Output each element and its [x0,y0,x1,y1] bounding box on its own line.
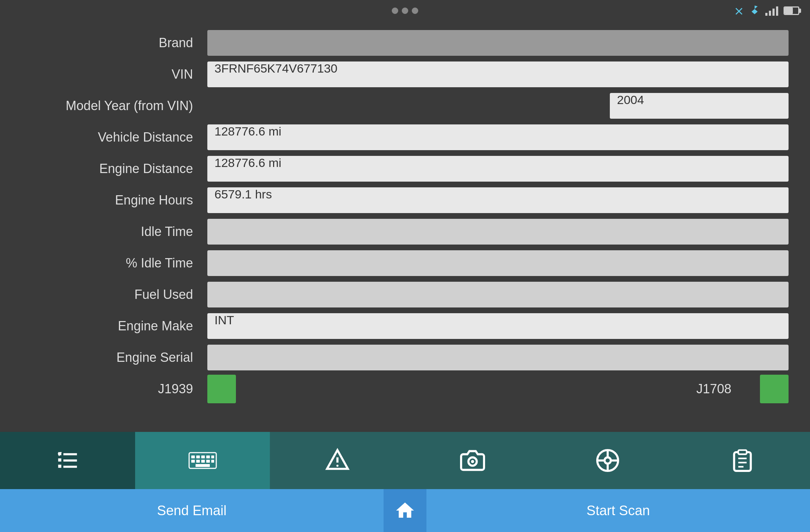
svg-rect-6 [58,458,61,462]
top-bar: ⨯ [0,0,810,21]
svg-rect-11 [191,455,195,458]
svg-rect-15 [211,455,214,458]
status-icons: ⨯ [734,4,799,18]
svg-rect-5 [63,453,77,455]
bluetooth-icon [749,5,760,17]
svg-rect-16 [191,460,195,463]
svg-point-27 [604,457,611,464]
fuel-used-label: Fuel Used [21,287,207,302]
nav-camera[interactable] [405,432,540,489]
home-icon [394,500,416,521]
top-dots [392,8,418,14]
engine-make-value: INT [207,313,789,339]
signal-icon [765,5,778,17]
engine-distance-label: Engine Distance [21,161,207,176]
j1939-indicator [207,375,236,403]
nav-checklist[interactable] [0,432,135,489]
engine-distance-value: 128776.6 mi [207,156,789,182]
vin-label: VIN [21,67,207,82]
idle-time-value [207,219,789,245]
svg-rect-3 [776,6,778,16]
brand-label: Brand [21,35,207,50]
warning-icon [325,448,350,473]
camera-icon [460,448,485,473]
model-year-label: Model Year (from VIN) [21,98,207,113]
protocol-row: J1939 J1708 [21,375,789,403]
svg-rect-0 [765,13,767,16]
dot-2 [402,8,408,14]
engine-serial-label: Engine Serial [21,350,207,365]
pct-idle-time-label: % Idle Time [21,256,207,271]
svg-rect-7 [63,459,77,462]
fuel-used-row: Fuel Used [21,280,789,309]
home-button[interactable] [384,489,426,532]
bottom-nav [0,432,810,489]
checklist-icon [55,448,80,473]
j1939-label: J1939 [21,381,207,396]
clipboard-icon [730,448,755,473]
vehicle-distance-row: Vehicle Distance 128776.6 mi [21,123,789,152]
svg-rect-14 [206,455,210,458]
start-scan-button[interactable]: Start Scan [426,489,810,532]
svg-rect-19 [206,460,210,463]
action-bar: Send Email Start Scan [0,489,810,532]
j1708-label: J1708 [696,381,746,396]
idle-time-label: Idle Time [21,224,207,239]
dot-3 [412,8,418,14]
engine-make-label: Engine Make [21,319,207,334]
vehicle-distance-label: Vehicle Distance [21,130,207,145]
engine-hours-label: Engine Hours [21,193,207,208]
j1708-indicator [760,375,789,403]
vin-value: 3FRNF65K74V677130 [207,61,789,87]
svg-rect-2 [772,9,775,16]
nav-warning[interactable] [270,432,405,489]
svg-rect-33 [739,450,747,454]
dot-1 [392,8,398,14]
svg-rect-21 [196,464,210,467]
brand-row: Brand [21,29,789,57]
idle-time-row: Idle Time [21,217,789,246]
svg-rect-13 [201,455,205,458]
svg-rect-17 [196,460,200,463]
brand-input[interactable] [207,30,789,56]
svg-rect-1 [769,11,771,16]
svg-rect-9 [63,466,77,468]
model-year-row: Model Year (from VIN) 2004 [21,92,789,120]
pct-idle-time-value [207,250,789,276]
send-email-button[interactable]: Send Email [0,489,384,532]
svg-point-25 [471,460,474,463]
fuel-used-value [207,282,789,307]
vin-row: VIN 3FRNF65K74V677130 [21,60,789,89]
wheel-icon [595,448,620,473]
svg-point-23 [336,465,339,467]
engine-hours-row: Engine Hours 6579.1 hrs [21,186,789,215]
nav-wheel[interactable] [540,432,675,489]
svg-rect-8 [58,465,61,468]
ecm-icon [188,450,217,471]
engine-make-row: Engine Make INT [21,312,789,340]
engine-distance-row: Engine Distance 128776.6 mi [21,154,789,183]
engine-hours-value: 6579.1 hrs [207,187,789,213]
nav-ecm[interactable] [135,432,270,489]
nav-clipboard[interactable] [675,432,810,489]
svg-rect-18 [201,460,205,463]
engine-serial-value [207,345,789,370]
battery-icon [784,6,799,15]
engine-serial-row: Engine Serial [21,343,789,372]
vehicle-distance-value: 128776.6 mi [207,124,789,150]
bluetooth-icon: ⨯ [734,4,744,18]
model-year-value: 2004 [610,93,789,119]
main-content: Brand VIN 3FRNF65K74V677130 Model Year (… [0,21,810,432]
pct-idle-time-row: % Idle Time [21,249,789,277]
svg-rect-12 [196,455,200,458]
svg-rect-20 [211,460,214,463]
